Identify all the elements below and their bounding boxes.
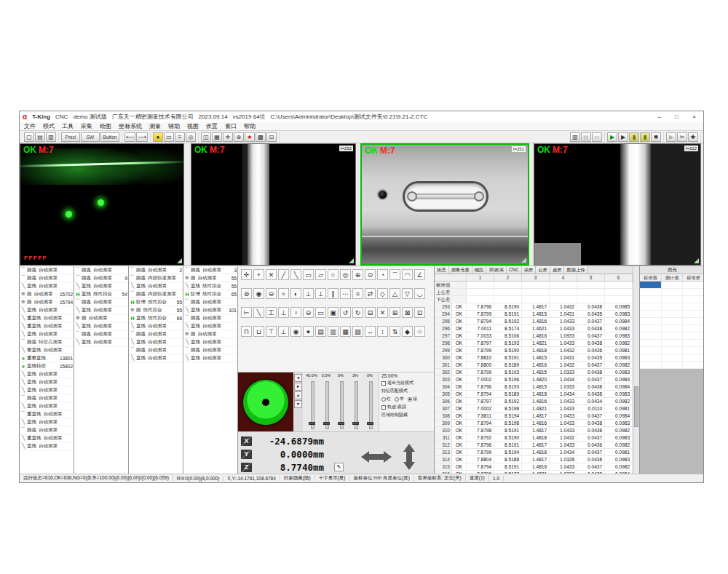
menu-item[interactable]: 采集 <box>81 122 92 130</box>
delete-tool[interactable]: ✕ <box>266 269 277 280</box>
symmetry-tool[interactable]: ♀ <box>290 307 301 318</box>
table-row[interactable]: 298OK7.87978.51931.48211.04330.04380.098… <box>435 340 633 347</box>
table-row[interactable]: 下公差 <box>435 296 633 303</box>
list-item[interactable]: ⊕圆自动测量 <box>74 314 128 322</box>
slider[interactable] <box>350 381 360 429</box>
table-row[interactable]: 308OK7.88118.51941.48171.04330.04370.098… <box>435 412 633 420</box>
checkbox-icon[interactable] <box>381 381 386 386</box>
maximize-button[interactable]: □ <box>670 113 683 121</box>
menu-item[interactable]: 测量 <box>149 122 161 130</box>
concentric-tool[interactable]: ⊚ <box>241 288 252 299</box>
swap-tool[interactable]: ⇄ <box>365 288 376 299</box>
table-row[interactable]: 标准值 <box>435 282 633 289</box>
move-horizontal-icon[interactable] <box>361 451 392 463</box>
list-item[interactable]: ╲直线自动测量 <box>20 330 74 338</box>
list-item[interactable]: ╲直线自动测量 <box>183 322 237 330</box>
slider[interactable] <box>336 381 346 429</box>
circle-tool[interactable]: ○ <box>328 269 339 280</box>
menu-item[interactable]: 模式 <box>43 122 55 130</box>
table-row[interactable]: 299OK7.87998.51901.48181.04320.04360.098… <box>435 347 633 354</box>
list-item[interactable]: ⌒圆弧自动测量 <box>129 346 183 354</box>
arc-tool[interactable]: ⌒ <box>389 269 400 280</box>
table-row[interactable]: 312OK7.87968.51911.48171.04330.04360.098… <box>435 442 633 449</box>
mode-sw[interactable]: SW <box>81 132 100 142</box>
list-item[interactable]: e重垂直线13801 <box>20 354 74 362</box>
undo-tool[interactable]: ↺ <box>340 307 351 318</box>
list-item[interactable]: ╲直线自动测量 <box>20 418 74 426</box>
align-tool[interactable]: ≡ <box>352 288 363 299</box>
table-tab[interactable]: 公差 <box>536 266 550 274</box>
option-check[interactable]: 轨迹-跟踪 <box>381 403 432 411</box>
list-item[interactable]: ⌒圆弧自动测量 <box>20 274 74 282</box>
wave-tool[interactable]: ≈ <box>278 288 289 299</box>
menu-item[interactable]: 文件 <box>24 122 36 130</box>
box-plus-tool[interactable]: ⊞ <box>389 307 400 318</box>
table-scrollbar[interactable] <box>633 266 639 474</box>
menu-item[interactable]: 帮助 <box>244 122 256 130</box>
radio-icon[interactable] <box>395 397 399 402</box>
tee-tool[interactable]: ⊤ <box>266 326 277 337</box>
target-tool[interactable]: ◉ <box>253 288 264 299</box>
list-item[interactable]: ╲直线自动测量 <box>129 322 183 330</box>
perp-line-tool[interactable]: ⟂ <box>315 288 326 299</box>
table-row[interactable]: 305OK7.87948.51891.48181.04340.04380.098… <box>435 391 633 398</box>
list-item[interactable]: ⌒圆弧自动测量 <box>183 298 237 306</box>
line-tool[interactable]: ╱ <box>278 269 289 280</box>
circle-double-tool[interactable]: ◎ <box>340 269 351 280</box>
list-item[interactable]: ⌒圆弧自动测量3 <box>183 266 237 274</box>
pause-a[interactable]: ▮ <box>629 132 639 142</box>
list-item[interactable]: ╲直线自动测量 <box>20 282 74 290</box>
box-dot-tool[interactable]: ⊡ <box>414 307 425 318</box>
list-item[interactable]: ╲直线自动测量 <box>20 442 74 450</box>
target-point[interactable]: ⊕ <box>234 132 244 142</box>
joystick-ring[interactable] <box>243 380 288 425</box>
list-item[interactable]: ╲直线自动测量 <box>129 282 183 290</box>
radio-icon[interactable] <box>381 397 386 402</box>
list-item[interactable]: ╲直线自动测量 <box>183 338 237 346</box>
table-row[interactable]: 301OK7.88008.51891.48161.04320.04370.098… <box>435 362 633 369</box>
save-layout[interactable]: ▥ <box>570 132 580 142</box>
list-item[interactable]: ╲直线自动测量 <box>129 354 183 362</box>
menu-item[interactable]: 设置 <box>206 122 218 130</box>
triangle-tool[interactable]: △ <box>389 288 400 299</box>
joystick-control[interactable] <box>238 372 293 431</box>
list-item[interactable]: ⊕圆自动测量15794 <box>20 298 74 306</box>
list-item[interactable]: ╲直线自动测量 <box>74 282 128 290</box>
list-item[interactable]: ⊕圆自动测量55 <box>183 274 237 282</box>
list-item[interactable]: ╲直线自动测量 <box>74 338 128 346</box>
list-item[interactable]: ⊕圆自动测量15702 <box>20 290 74 298</box>
table-row[interactable]: 309OK7.87948.51981.48161.04330.04380.098… <box>435 420 633 427</box>
parallelogram-tool[interactable]: ▱ <box>315 269 326 280</box>
menu-item[interactable]: 工具 <box>62 122 74 130</box>
table-row[interactable]: 307OK7.00028.51981.48211.04330.01100.098… <box>435 405 633 412</box>
list-item[interactable]: ⌒圆弧自动测量 <box>20 394 74 402</box>
list-item[interactable]: H纹理线性拟合65 <box>183 290 237 298</box>
list-item[interactable]: ╲直线自动测量101 <box>183 306 237 314</box>
list-item[interactable]: H直线线性拟合54 <box>74 290 128 298</box>
radio-option[interactable]: 红 <box>381 396 391 402</box>
resize-grip-icon[interactable] <box>177 258 182 263</box>
parallel-tool[interactable]: ∥ <box>328 288 339 299</box>
panel-diag-tool[interactable]: ▧ <box>352 326 363 337</box>
table-row[interactable] <box>640 282 703 289</box>
crosshair[interactable]: ✛ <box>223 132 233 142</box>
list-item[interactable]: ⌒圆弧自动测量9 <box>74 274 128 282</box>
run-program[interactable]: ▶ <box>607 132 617 142</box>
frame-box[interactable]: ⊡ <box>266 132 277 142</box>
screen-rect[interactable]: ▭ <box>164 132 174 142</box>
table-row[interactable]: 293OK7.87968.51901.48171.04320.04380.098… <box>435 303 633 311</box>
list-item[interactable]: H直线线性拟合66 <box>129 314 183 322</box>
option-check[interactable]: 退出当前模式 <box>381 379 432 387</box>
table-row[interactable]: 295OK7.87948.51921.48161.04330.04370.098… <box>435 318 633 325</box>
list-item[interactable]: ⌒圆弧自动测量 <box>20 266 74 274</box>
jog-right[interactable]: ⟶ <box>136 132 147 142</box>
run-step[interactable]: ▶ <box>618 132 628 142</box>
beam-tool[interactable]: 工 <box>266 307 277 318</box>
table-tab[interactable]: 3D效果 <box>486 266 507 274</box>
selected-cell[interactable] <box>640 282 662 288</box>
table-row[interactable]: 上公差 <box>435 289 633 296</box>
list-item[interactable]: ╲直线自动测量 <box>129 338 183 346</box>
list-item[interactable]: ⌒圆弧自动测量 <box>74 266 128 274</box>
diamond-filled-tool[interactable]: ◆ <box>402 326 413 337</box>
list-item[interactable]: ⌒圆弧自动测量2 <box>129 266 183 274</box>
